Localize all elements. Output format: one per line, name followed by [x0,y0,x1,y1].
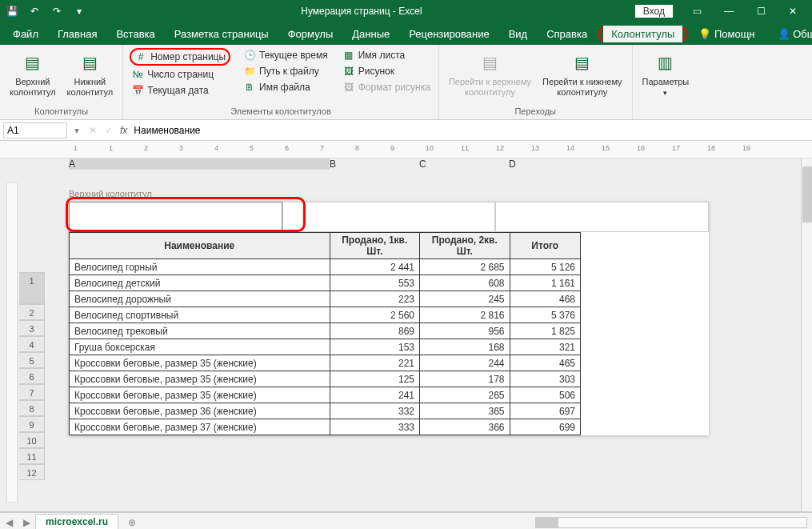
cell-q2[interactable]: 365 [420,403,510,419]
col-header-c[interactable]: C [419,158,509,170]
cell-q1[interactable]: 333 [330,419,420,435]
cell-name[interactable]: Велосипед трековый [70,323,330,339]
cell-total[interactable]: 303 [510,371,580,387]
cell-q1[interactable]: 2 441 [330,259,420,275]
fx-icon[interactable]: fx [117,125,130,136]
sheet-tab[interactable]: microexcel.ru [35,514,118,529]
th-name[interactable]: Наименование [70,233,330,259]
sheet-area[interactable]: A B C D 123456789101112 Верхний колонтит… [0,158,801,511]
pagenum-button[interactable]: #Номер страницы [133,50,227,64]
cell-q1[interactable]: 2 560 [330,307,420,323]
maximize-icon[interactable]: ☐ [745,0,777,22]
cell-name[interactable]: Велосипед горный [70,259,330,275]
cell-q1[interactable]: 153 [330,339,420,355]
row-header[interactable]: 5 [19,352,45,368]
cancel-icon[interactable]: ✕ [85,125,101,136]
picture-button[interactable]: 🖼Рисунок [341,64,432,78]
close-icon[interactable]: ✕ [777,0,809,22]
cell-total[interactable]: 5 126 [510,259,580,275]
namebox-dropdown-icon[interactable]: ▾ [69,125,85,136]
cell-q2[interactable]: 608 [420,275,510,291]
tab-review[interactable]: Рецензирование [401,26,497,42]
tab-pagelayout[interactable]: Разметка страницы [166,26,277,42]
cell-q1[interactable]: 223 [330,291,420,307]
cell-name[interactable]: Велосипед дорожный [70,291,330,307]
cell-q2[interactable]: 265 [420,387,510,403]
row-header[interactable]: 2 [19,304,45,320]
tab-file[interactable]: Файл [5,26,46,42]
tab-headfoot[interactable]: Колонтитулы [603,26,682,42]
share-button[interactable]: 👤 Общий доступ [770,26,812,42]
header-center-cell[interactable] [282,202,496,232]
cell-q1[interactable]: 869 [330,323,420,339]
cell-q2[interactable]: 956 [420,323,510,339]
redo-icon[interactable]: ↷ [48,2,66,20]
cell-q2[interactable]: 245 [420,291,510,307]
tab-home[interactable]: Главная [50,26,105,42]
col-header-d[interactable]: D [509,158,579,170]
cell-q1[interactable]: 332 [330,403,420,419]
cell-total[interactable]: 1 825 [510,323,580,339]
tab-help[interactable]: Справка [538,26,595,42]
row-header[interactable]: 11 [19,448,45,464]
vscroll-thumb[interactable] [802,166,812,222]
name-box[interactable] [3,122,67,138]
cell-q1[interactable]: 553 [330,275,420,291]
cell-total[interactable]: 506 [510,387,580,403]
cell-name[interactable]: Груша боксерская [70,339,330,355]
cell-q2[interactable]: 178 [420,371,510,387]
options-button[interactable]: ▥Параметры▾ [639,48,693,99]
row-header[interactable]: 1 [19,272,45,304]
cell-name[interactable]: Кроссовки беговые, размер 35 (женские) [70,355,330,371]
sheet-nav-prev-icon[interactable]: ◀ [0,517,18,528]
ribbon-display-icon[interactable]: ▭ [681,0,713,22]
formula-input[interactable] [130,123,812,138]
row-header[interactable]: 12 [19,464,45,480]
hscroll-thumb[interactable] [536,518,558,527]
header-right-cell[interactable] [495,202,709,232]
footer-button[interactable]: ▤Нижний колонтитул [64,48,117,99]
row-header[interactable]: 8 [19,400,45,416]
row-header[interactable]: 3 [19,320,45,336]
th-q1[interactable]: Продано, 1кв. Шт. [330,233,420,259]
cell-name[interactable]: Кроссовки беговые, размер 35 (женские) [70,371,330,387]
tab-data[interactable]: Данные [344,26,398,42]
cell-name[interactable]: Велосипед детский [70,275,330,291]
cell-name[interactable]: Велосипед спортивный [70,307,330,323]
col-header-b[interactable]: B [330,158,419,170]
cell-q2[interactable]: 2 685 [420,259,510,275]
vertical-scrollbar[interactable] [801,158,812,511]
horizontal-scrollbar[interactable] [535,517,807,528]
cell-q1[interactable]: 221 [330,355,420,371]
filename-button[interactable]: 🗎Имя файла [242,80,330,94]
sheetname-button[interactable]: ▦Имя листа [341,48,432,62]
add-sheet-icon[interactable]: ⊕ [123,517,141,528]
header-button[interactable]: ▤Верхний колонтитул [6,48,59,99]
col-header-a[interactable]: A [69,158,330,170]
tab-view[interactable]: Вид [501,26,536,42]
cell-q2[interactable]: 244 [420,355,510,371]
minimize-icon[interactable]: — [713,0,745,22]
cell-total[interactable]: 699 [510,419,580,435]
enter-icon[interactable]: ✓ [101,125,117,136]
row-header[interactable]: 10 [19,432,45,448]
cell-total[interactable]: 321 [510,339,580,355]
sheet-nav-next-icon[interactable]: ▶ [18,517,35,528]
filepath-button[interactable]: 📁Путь к файлу [242,64,330,78]
cell-q1[interactable]: 125 [330,371,420,387]
qat-dropdown-icon[interactable]: ▾ [70,2,88,20]
cell-total[interactable]: 468 [510,291,580,307]
tab-formulas[interactable]: Формулы [280,26,342,42]
cell-total[interactable]: 5 376 [510,307,580,323]
curdate-button[interactable]: 📅Текущая дата [130,83,230,98]
cell-q1[interactable]: 241 [330,387,420,403]
th-q2[interactable]: Продано, 2кв. Шт. [420,233,510,259]
cell-total[interactable]: 1 161 [510,275,580,291]
cell-q2[interactable]: 168 [420,339,510,355]
row-header[interactable]: 4 [19,336,45,352]
curtime-button[interactable]: 🕒Текущее время [242,48,330,62]
gotobottom-button[interactable]: ▤Перейти к нижнему колонтитулу [539,48,625,99]
row-header[interactable]: 7 [19,384,45,400]
cell-q2[interactable]: 2 816 [420,307,510,323]
row-header[interactable]: 6 [19,368,45,384]
